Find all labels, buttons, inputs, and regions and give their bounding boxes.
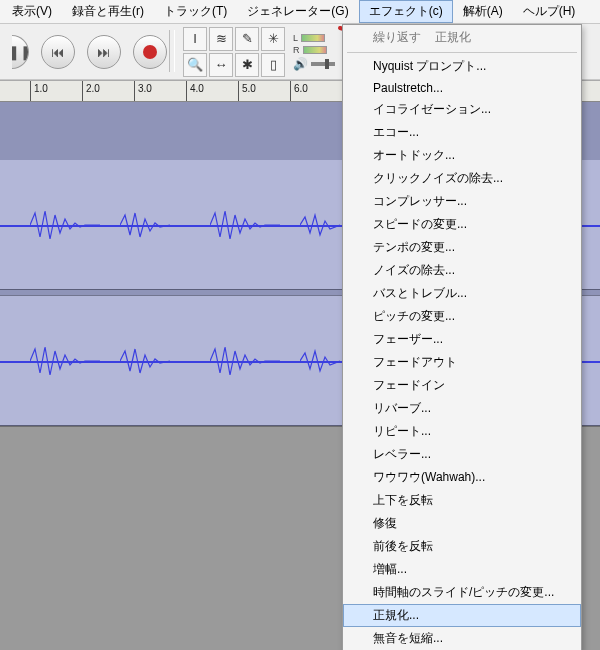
volume-slider[interactable] [311, 62, 335, 66]
dropdown-item[interactable]: ノイズの除去... [343, 259, 581, 282]
waveform-burst [120, 341, 170, 381]
skip-start-button[interactable]: ⏮ [41, 35, 75, 69]
zoom-tool[interactable]: 🔍 [183, 53, 207, 77]
dropdown-item[interactable]: 増幅... [343, 558, 581, 581]
ruler-tick: 4.0 [186, 81, 204, 101]
dropdown-item[interactable]: フェードアウト [343, 351, 581, 374]
skip-end-button[interactable]: ⏭ [87, 35, 121, 69]
dropdown-item[interactable]: 上下を反転 [343, 489, 581, 512]
dropdown-item[interactable]: スピードの変更... [343, 213, 581, 236]
separator [169, 30, 175, 72]
waveform-burst [30, 205, 100, 245]
meter-right-label: R [293, 45, 300, 55]
dropdown-separator [347, 52, 577, 53]
dropdown-item[interactable]: Nyquist プロンプト... [343, 55, 581, 78]
dropdown-item[interactable]: テンポの変更... [343, 236, 581, 259]
ruler-tick: 6.0 [290, 81, 308, 101]
dropdown-item[interactable]: フェードイン [343, 374, 581, 397]
menu-track[interactable]: トラック(T) [154, 0, 237, 23]
menu-analyze[interactable]: 解析(A) [453, 0, 513, 23]
draw-tool[interactable]: ✎ [235, 27, 259, 51]
waveform-burst [120, 205, 170, 245]
meter-left-label: L [293, 33, 298, 43]
effect-dropdown: 繰り返す 正規化 Nyquist プロンプト...Paulstretch...イ… [342, 24, 582, 650]
waveform-burst [300, 205, 340, 245]
menu-view[interactable]: 表示(V) [2, 0, 62, 23]
menu-generator[interactable]: ジェネレーター(G) [237, 0, 358, 23]
dropdown-item[interactable]: ピッチの変更... [343, 305, 581, 328]
selection-tool[interactable]: I [183, 27, 207, 51]
speaker-icon[interactable]: 🔊 [293, 57, 308, 71]
waveform-burst [210, 341, 280, 381]
dropdown-normalize-top[interactable]: 正規化 [435, 29, 471, 46]
menubar: 表示(V) 録音と再生(r) トラック(T) ジェネレーター(G) エフェクト(… [0, 0, 600, 24]
star-tool[interactable]: ✱ [235, 53, 259, 77]
ruler-tick: 1.0 [30, 81, 48, 101]
waveform-burst [30, 341, 100, 381]
record-button[interactable] [133, 35, 167, 69]
dropdown-item[interactable]: リバーブ... [343, 397, 581, 420]
dropdown-item[interactable]: バスとトレブル... [343, 282, 581, 305]
ruler-tick: 5.0 [238, 81, 256, 101]
waveform-burst [300, 341, 340, 381]
dropdown-item[interactable]: 修復 [343, 512, 581, 535]
dropdown-item[interactable]: イコライゼーション... [343, 98, 581, 121]
dropdown-item[interactable]: コンプレッサー... [343, 190, 581, 213]
dropdown-item[interactable]: レベラー... [343, 443, 581, 466]
dropdown-item[interactable]: クリックノイズの除去... [343, 167, 581, 190]
meters: L R 🔊 [293, 24, 335, 79]
ruler-tick: 2.0 [82, 81, 100, 101]
dropdown-item[interactable]: リピート... [343, 420, 581, 443]
multi-tool[interactable]: ✳ [261, 27, 285, 51]
dropdown-item[interactable]: 時間軸のスライド/ピッチの変更... [343, 581, 581, 604]
menu-help[interactable]: ヘルプ(H) [513, 0, 586, 23]
pause-button[interactable]: ❚❚ [12, 35, 29, 69]
dropdown-item[interactable]: 前後を反転 [343, 535, 581, 558]
menu-effect[interactable]: エフェクト(c) [359, 0, 453, 23]
dropdown-item[interactable]: オートドック... [343, 144, 581, 167]
timeshift-tool[interactable]: ↔ [209, 53, 233, 77]
menu-record-play[interactable]: 録音と再生(r) [62, 0, 154, 23]
dropdown-item[interactable]: フェーザー... [343, 328, 581, 351]
meter-right-bar [303, 46, 327, 54]
envelope-tool[interactable]: ≋ [209, 27, 233, 51]
ruler-tick: 3.0 [134, 81, 152, 101]
edit-tool-grid: I ≋ ✎ ✳ 🔍 ↔ ✱ ▯ [183, 24, 285, 79]
meter-left-bar [301, 34, 325, 42]
dropdown-item[interactable]: Paulstretch... [343, 78, 581, 98]
dropdown-item[interactable]: 無音を短縮... [343, 627, 581, 650]
dropdown-item[interactable]: 正規化... [343, 604, 581, 627]
waveform-burst [210, 205, 280, 245]
dropdown-repeat[interactable]: 繰り返す [373, 29, 421, 46]
dropdown-item[interactable]: エコー... [343, 121, 581, 144]
blank-tool[interactable]: ▯ [261, 53, 285, 77]
dropdown-item[interactable]: ワウワウ(Wahwah)... [343, 466, 581, 489]
